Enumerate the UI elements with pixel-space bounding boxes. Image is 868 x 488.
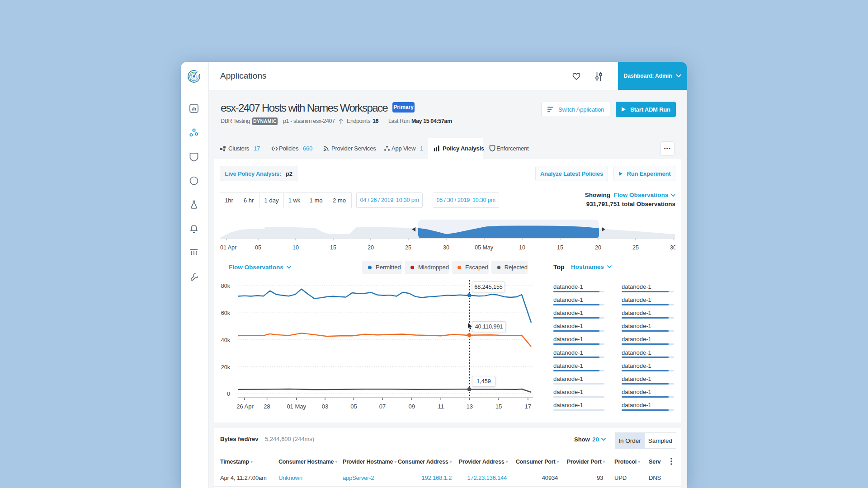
svg-text:10: 10 bbox=[292, 244, 299, 251]
svg-text:30: 30 bbox=[443, 244, 449, 251]
svg-text:05 May: 05 May bbox=[475, 244, 494, 251]
svg-text:28: 28 bbox=[264, 403, 270, 410]
svg-text:09: 09 bbox=[409, 403, 415, 410]
svg-text:17: 17 bbox=[525, 403, 531, 410]
svg-text:80k: 80k bbox=[221, 283, 231, 289]
svg-text:05: 05 bbox=[350, 403, 357, 410]
svg-text:60k: 60k bbox=[221, 310, 231, 316]
svg-text:10: 10 bbox=[519, 244, 525, 251]
svg-text:15: 15 bbox=[330, 244, 336, 251]
svg-text:05: 05 bbox=[255, 244, 261, 251]
svg-text:26 Apr: 26 Apr bbox=[236, 403, 254, 410]
svg-text:11: 11 bbox=[438, 403, 444, 410]
svg-text:15: 15 bbox=[495, 403, 502, 410]
svg-text:25: 25 bbox=[632, 244, 639, 251]
svg-text:03: 03 bbox=[322, 403, 328, 410]
svg-text:20k: 20k bbox=[221, 364, 231, 371]
svg-text:15: 15 bbox=[557, 244, 563, 251]
svg-text:13: 13 bbox=[467, 403, 473, 410]
svg-text:01 Apr: 01 Apr bbox=[220, 244, 236, 251]
svg-text:40k: 40k bbox=[221, 337, 231, 343]
svg-text:25: 25 bbox=[405, 244, 411, 251]
svg-text:30: 30 bbox=[670, 244, 675, 251]
svg-text:20: 20 bbox=[595, 244, 601, 251]
svg-text:0: 0 bbox=[227, 391, 230, 397]
svg-text:01 May: 01 May bbox=[287, 403, 306, 410]
svg-text:07: 07 bbox=[379, 403, 386, 410]
svg-text:20: 20 bbox=[368, 244, 374, 251]
